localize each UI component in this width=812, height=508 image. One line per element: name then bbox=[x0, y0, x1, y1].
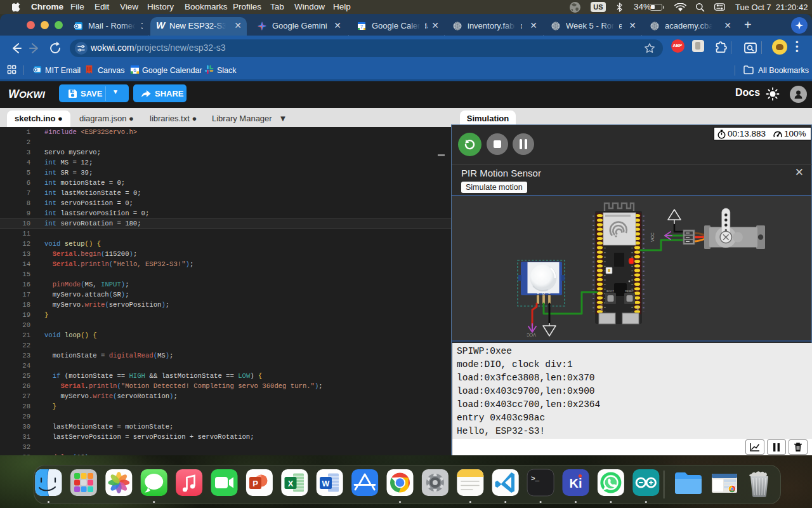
svg-text:BOOT: BOOT bbox=[606, 290, 614, 293]
svg-text:Ki: Ki bbox=[570, 476, 582, 490]
svg-text:RESET: RESET bbox=[625, 290, 634, 293]
svg-text:VCC: VCC bbox=[650, 232, 655, 242]
svg-text:UART: UART bbox=[600, 304, 603, 311]
svg-text:P: P bbox=[252, 479, 258, 488]
svg-text:W: W bbox=[322, 479, 330, 488]
svg-text:X: X bbox=[288, 479, 294, 488]
svg-text:6: 6 bbox=[133, 67, 136, 73]
svg-text:7: 7 bbox=[360, 24, 363, 30]
svg-text:+: + bbox=[537, 291, 539, 295]
svg-text:VCC: VCC bbox=[527, 333, 536, 337]
svg-text:USB: USB bbox=[636, 305, 639, 311]
svg-text:>_: >_ bbox=[531, 475, 540, 483]
svg-text:−: − bbox=[548, 291, 551, 295]
svg-text:D: D bbox=[542, 291, 546, 295]
